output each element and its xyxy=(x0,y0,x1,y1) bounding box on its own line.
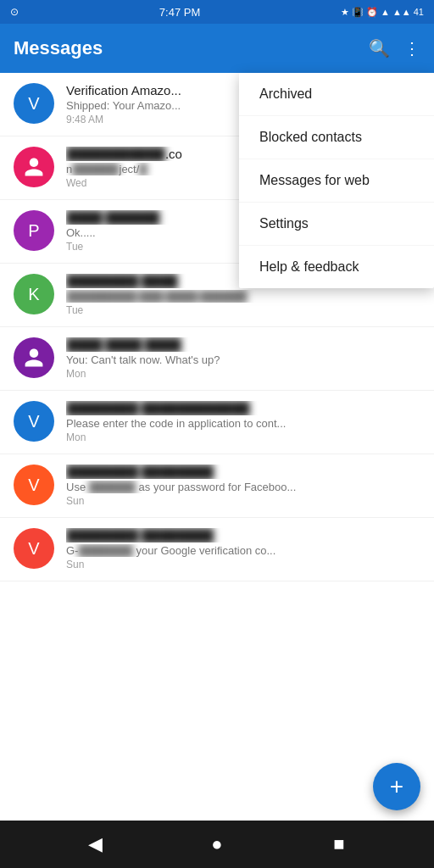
dropdown-item-archived[interactable]: Archived xyxy=(239,73,434,116)
message-content: ████████ ████████ Use ██████ as your pas… xyxy=(66,465,420,507)
message-preview: You: Can't talk now. What's up? xyxy=(66,353,420,366)
status-bar: ⊙ 7:47 PM ★ 📳 ⏰ ▲ ▲▲ 41 xyxy=(0,0,434,24)
avatar: V xyxy=(14,83,54,124)
message-preview: █████████ ███ ████ ██████ xyxy=(66,290,420,303)
avatar: V xyxy=(14,401,54,442)
dropdown-item-help[interactable]: Help & feedback xyxy=(239,246,434,288)
message-content: ████ ████ ████ You: Can't talk now. What… xyxy=(66,337,420,380)
avatar xyxy=(14,147,54,187)
battery-level: 41 xyxy=(414,7,424,17)
app-header: Messages 🔍 ⋮ xyxy=(0,24,434,73)
more-options-icon[interactable]: ⋮ xyxy=(403,38,420,58)
contact-name: ████████ ████████ xyxy=(66,528,420,542)
message-time: Tue xyxy=(66,304,420,316)
message-content: ████████ ████████ G-███████ your Google … xyxy=(66,528,420,570)
header-icons: 🔍 ⋮ xyxy=(369,38,420,58)
nav-bar: ◀ ● ■ xyxy=(0,821,434,868)
message-time: Mon xyxy=(66,368,420,380)
contact-name: ████████ ████████████ xyxy=(66,401,420,415)
contact-name: ████ ████ ████ xyxy=(66,337,420,352)
list-item[interactable]: V ████████ ████████ Use ██████ as your p… xyxy=(0,454,434,518)
list-item[interactable]: V ████████ ████████████ Please enter the… xyxy=(0,391,434,454)
dropdown-menu: Archived Blocked contacts Messages for w… xyxy=(239,73,434,288)
compose-fab[interactable]: + xyxy=(373,763,420,810)
avatar: V xyxy=(14,528,54,569)
alarm-icon: ⏰ xyxy=(366,7,378,18)
status-right: ★ 📳 ⏰ ▲ ▲▲ 41 xyxy=(341,7,424,18)
page-title: Messages xyxy=(14,37,369,59)
search-icon[interactable]: 🔍 xyxy=(369,38,390,58)
avatar: P xyxy=(14,210,54,251)
avatar: K xyxy=(14,274,54,314)
dropdown-item-blocked[interactable]: Blocked contacts xyxy=(239,116,434,159)
avatar: V xyxy=(14,465,54,505)
recents-button[interactable]: ■ xyxy=(322,827,356,861)
android-icon: ⊙ xyxy=(10,6,19,18)
signal-icon: ▲▲ xyxy=(392,7,411,17)
contact-name: ████████ ████████ xyxy=(66,465,420,479)
message-time: Sun xyxy=(66,495,420,507)
message-time: Sun xyxy=(66,559,420,570)
list-item[interactable]: ████ ████ ████ You: Can't talk now. What… xyxy=(0,327,434,391)
compose-icon: + xyxy=(390,773,403,800)
message-preview: Please enter the code in application to … xyxy=(66,417,420,430)
avatar xyxy=(14,337,54,378)
wifi-icon: ▲ xyxy=(381,7,390,17)
vibrate-icon: 📳 xyxy=(352,7,364,18)
message-preview: Use ██████ as your password for Faceboo.… xyxy=(66,481,420,493)
message-time: Mon xyxy=(66,431,420,443)
message-content: ████████ ████████████ Please enter the c… xyxy=(66,401,420,443)
home-button[interactable]: ● xyxy=(200,827,234,861)
status-left: ⊙ xyxy=(10,6,19,18)
message-preview: G-███████ your Google verification co... xyxy=(66,544,420,557)
back-button[interactable]: ◀ xyxy=(78,827,112,861)
status-time: 7:47 PM xyxy=(159,6,200,19)
list-item[interactable]: V ████████ ████████ G-███████ your Googl… xyxy=(0,518,434,581)
dropdown-item-messages-for-web[interactable]: Messages for web xyxy=(239,159,434,203)
dropdown-item-settings[interactable]: Settings xyxy=(239,203,434,246)
bluetooth-icon: ★ xyxy=(341,7,349,18)
